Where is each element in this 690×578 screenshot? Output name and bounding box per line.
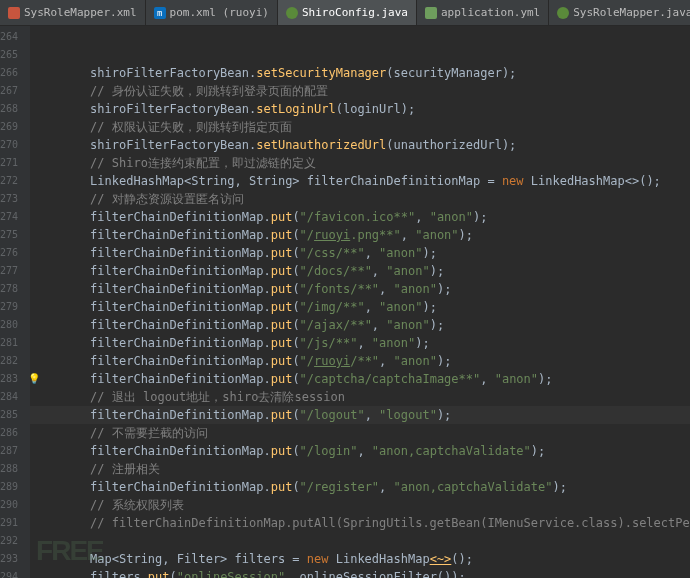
token-cls: ); (430, 318, 444, 332)
token-str: "/favicon.ico**" (300, 210, 416, 224)
code-line[interactable]: filterChainDefinitionMap.put("/docs/**",… (30, 262, 690, 280)
line-number: 280 (0, 316, 18, 334)
token-fn: put (271, 372, 293, 386)
token-cls: filterChainDefinitionMap. (90, 408, 271, 422)
token-cls: , (480, 372, 494, 386)
token-fn: setLoginUrl (256, 102, 335, 116)
tab-4[interactable]: SysRoleMapper.java (549, 0, 690, 25)
code-line[interactable]: shiroFilterFactoryBean.setSecurityManage… (30, 64, 690, 82)
line-number: 277 (0, 262, 18, 280)
code-line[interactable]: filterChainDefinitionMap.put("/ajax/**",… (30, 316, 690, 334)
token-str: "/fonts/**" (300, 282, 379, 296)
code-line[interactable]: // 退出 logout地址，shiro去清除session (30, 388, 690, 406)
code-line[interactable]: // 注册相关 (30, 460, 690, 478)
token-cm: // 注册相关 (90, 462, 160, 476)
editor-area: 2642652662672682692702712722732742752762… (0, 26, 690, 578)
code-line[interactable] (30, 532, 690, 550)
tab-2[interactable]: ShiroConfig.java (278, 0, 417, 25)
token-cm: // 退出 logout地址，shiro去清除session (90, 390, 345, 404)
line-number: 273 (0, 190, 18, 208)
token-cls: filterChainDefinitionMap. (90, 372, 271, 386)
token-cls: ( (292, 246, 299, 260)
token-str: "/docs/**" (300, 264, 372, 278)
token-cls: ); (473, 210, 487, 224)
line-number: 275 (0, 226, 18, 244)
code-line[interactable]: filterChainDefinitionMap.put("/ruoyi.png… (30, 226, 690, 244)
line-number: 281 (0, 334, 18, 352)
tab-1[interactable]: mpom.xml (ruoyi) (146, 0, 278, 25)
token-str: "onlineSession" (177, 570, 285, 578)
token-cm: // Shiro连接约束配置，即过滤链的定义 (90, 156, 316, 170)
token-cls: ); (415, 336, 429, 350)
token-cls: ); (437, 408, 451, 422)
token-cls: filterChainDefinitionMap. (90, 228, 271, 242)
code-line[interactable]: LinkedHashMap<String, String> filterChai… (30, 172, 690, 190)
token-str: "anon" (372, 336, 415, 350)
code-line[interactable]: // 系统权限列表 (30, 496, 690, 514)
line-number: 278 (0, 280, 18, 298)
code-line[interactable]: filterChainDefinitionMap.put("/favicon.i… (30, 208, 690, 226)
code-line[interactable]: filterChainDefinitionMap.put("/ruoyi/**"… (30, 352, 690, 370)
token-fn: put (271, 336, 293, 350)
line-gutter: 2642652662672682692702712722732742752762… (0, 26, 30, 578)
token-str: "/css/**" (300, 246, 365, 260)
code-line[interactable]: filterChainDefinitionMap.put("/js/**", "… (30, 334, 690, 352)
token-cls: (securityManager); (386, 66, 516, 80)
code-line[interactable]: Map<String, Filter> filters = new Linked… (30, 550, 690, 568)
tab-0[interactable]: SysRoleMapper.xml (0, 0, 146, 25)
token-fn: put (271, 480, 293, 494)
tab-3[interactable]: application.yml (417, 0, 549, 25)
token-str: "logout" (379, 408, 437, 422)
token-cls: filterChainDefinitionMap. (90, 246, 271, 260)
token-str: "/js/**" (300, 336, 358, 350)
token-cls: ); (531, 444, 545, 458)
code-line[interactable]: // 对静态资源设置匿名访问 (30, 190, 690, 208)
line-number: 285 (0, 406, 18, 424)
code-line[interactable]: filters.put("onlineSession", onlineSessi… (30, 568, 690, 578)
token-cls: ); (430, 264, 444, 278)
token-str: "/logout" (300, 408, 365, 422)
code-line[interactable]: // filterChainDefinitionMap.putAll(Sprin… (30, 514, 690, 532)
tab-label: ShiroConfig.java (302, 6, 408, 19)
code-line[interactable]: filterChainDefinitionMap.put("/logout", … (30, 406, 690, 424)
token-cm: // 身份认证失败，则跳转到登录页面的配置 (90, 84, 328, 98)
token-str: "/captcha/captchaImage**" (300, 372, 481, 386)
tab-label: SysRoleMapper.java (573, 6, 690, 19)
java-icon (557, 7, 569, 19)
token-cls: filterChainDefinitionMap. (90, 282, 271, 296)
token-cm: // 权限认证失败，则跳转到指定页面 (90, 120, 292, 134)
token-cls: filterChainDefinitionMap. (90, 444, 271, 458)
code-line[interactable]: filterChainDefinitionMap.put("/img/**", … (30, 298, 690, 316)
code-line[interactable]: filterChainDefinitionMap.put("/css/**", … (30, 244, 690, 262)
token-str: "/register" (300, 480, 379, 494)
watermark: FREE (36, 542, 103, 560)
token-cls: Map<String, Filter> filters = (90, 552, 307, 566)
line-number: 272 (0, 172, 18, 190)
token-cls: ( (292, 210, 299, 224)
code-line[interactable]: // 权限认证失败，则跳转到指定页面 (30, 118, 690, 136)
token-str: "/ (300, 354, 314, 368)
code-line[interactable]: // 不需要拦截的访问 (30, 424, 690, 442)
line-number: 287 (0, 442, 18, 460)
token-str: "anon,captchaValidate" (372, 444, 531, 458)
token-cls: ( (292, 408, 299, 422)
code-line[interactable]: shiroFilterFactoryBean.setUnauthorizedUr… (30, 136, 690, 154)
token-cls: , (401, 228, 415, 242)
tab-label: SysRoleMapper.xml (24, 6, 137, 19)
token-cls: ); (538, 372, 552, 386)
token-cls: ( (292, 480, 299, 494)
line-number: 293 (0, 550, 18, 568)
code-line[interactable]: // Shiro连接约束配置，即过滤链的定义 (30, 154, 690, 172)
code-line[interactable]: filterChainDefinitionMap.put("/fonts/**"… (30, 280, 690, 298)
token-lnk-y: <~> (430, 552, 452, 566)
token-cls: shiroFilterFactoryBean. (90, 138, 256, 152)
editor-tabs: SysRoleMapper.xmlmpom.xml (ruoyi)ShiroCo… (0, 0, 690, 26)
token-cm: // 对静态资源设置匿名访问 (90, 192, 244, 206)
token-cls: , (372, 264, 386, 278)
code-line[interactable]: // 身份认证失败，则跳转到登录页面的配置 (30, 82, 690, 100)
code-area[interactable]: shiroFilterFactoryBean.setSecurityManage… (30, 26, 690, 578)
code-line[interactable]: filterChainDefinitionMap.put("/register"… (30, 478, 690, 496)
code-line[interactable]: filterChainDefinitionMap.put("/captcha/c… (30, 370, 690, 388)
code-line[interactable]: shiroFilterFactoryBean.setLoginUrl(login… (30, 100, 690, 118)
code-line[interactable]: filterChainDefinitionMap.put("/login", "… (30, 442, 690, 460)
